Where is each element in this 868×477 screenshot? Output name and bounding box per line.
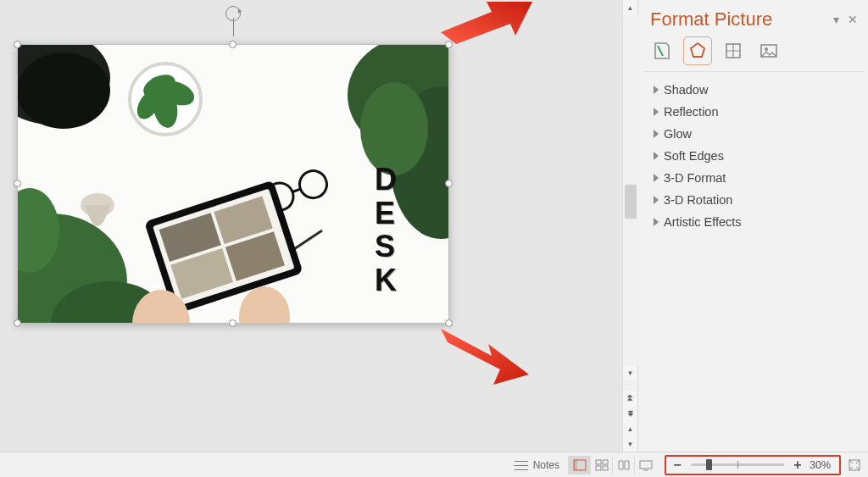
expand-triangle-icon [654, 130, 659, 138]
vertical-text-char: E [375, 197, 398, 230]
svg-rect-35 [574, 460, 577, 470]
fill-line-icon[interactable] [650, 39, 674, 63]
vertical-text: D E S K [375, 163, 398, 297]
size-properties-icon[interactable] [721, 39, 745, 63]
vertical-text-char: D [375, 163, 398, 197]
zoom-control-group: − + 30% [665, 455, 841, 475]
section-label: Artistic Effects [664, 215, 742, 229]
panel-title: Format Picture [650, 8, 825, 31]
section-reflection[interactable]: Reflection [643, 101, 863, 123]
scroll-down-button[interactable]: ▼ [623, 365, 638, 380]
selected-picture[interactable]: D E S K [17, 44, 449, 324]
expand-triangle-icon [654, 108, 659, 116]
slide-canvas[interactable]: D E S K [0, 0, 622, 452]
panel-close-button[interactable]: ✕ [848, 13, 858, 26]
scroll-track[interactable] [623, 15, 638, 365]
expand-triangle-icon [654, 152, 659, 160]
next-slide-button[interactable]: ⯯ [623, 406, 638, 421]
svg-point-33 [765, 47, 768, 51]
notes-button[interactable]: Notes [515, 459, 559, 471]
expand-triangle-icon [654, 86, 659, 94]
status-bar: Notes − + 30% [0, 452, 868, 477]
section-soft-edges[interactable]: Soft Edges [643, 145, 863, 167]
scroll-up-button[interactable]: ▲ [623, 0, 638, 15]
section-shadow[interactable]: Shadow [643, 79, 863, 101]
panel-divider [643, 71, 863, 72]
svg-rect-40 [640, 461, 652, 469]
section-label: Reflection [664, 105, 718, 119]
svg-marker-28 [441, 2, 532, 44]
main-row: D E S K [0, 0, 868, 452]
scroll-thumb[interactable] [625, 185, 637, 219]
annotation-arrow-up [441, 0, 534, 46]
expand-triangle-icon [654, 218, 659, 226]
section-label: 3-D Format [664, 171, 726, 185]
normal-view-button[interactable] [568, 456, 590, 474]
section-3d-rotation[interactable]: 3-D Rotation [643, 189, 863, 211]
svg-point-2 [17, 53, 110, 129]
effects-icon[interactable] [686, 39, 709, 63]
panel-tab-icons [638, 34, 868, 71]
zoom-slider[interactable] [691, 463, 784, 466]
rotate-handle[interactable] [225, 6, 241, 21]
expand-triangle-icon [654, 174, 659, 182]
section-label: Glow [664, 127, 692, 141]
slideshow-view-button[interactable] [634, 456, 656, 474]
panel-header: Format Picture ▾ ✕ [638, 0, 868, 34]
zoom-out-button[interactable]: − [670, 458, 684, 473]
section-label: 3-D Rotation [664, 193, 732, 207]
slide-sorter-view-button[interactable] [590, 456, 612, 474]
vertical-text-char: S [375, 230, 398, 263]
svg-marker-29 [441, 329, 529, 385]
section-3d-format[interactable]: 3-D Format [643, 167, 863, 189]
notes-icon [515, 461, 528, 469]
vertical-scrollbar[interactable]: ▲ ▼ ⯭ ⯯ ▲ ▼ [622, 0, 637, 452]
svg-rect-39 [603, 466, 608, 470]
panel-sections: Shadow Reflection Glow Soft Edges 3-D Fo… [638, 75, 868, 233]
scroll-up2-button[interactable]: ▲ [623, 421, 638, 436]
notes-label: Notes [533, 459, 559, 471]
expand-triangle-icon [654, 196, 659, 204]
svg-marker-30 [691, 43, 704, 57]
reading-view-button[interactable] [612, 456, 634, 474]
zoom-in-button[interactable]: + [791, 458, 804, 473]
section-glow[interactable]: Glow [643, 123, 863, 145]
svg-rect-37 [603, 460, 608, 464]
section-label: Shadow [664, 83, 708, 97]
format-picture-panel: Format Picture ▾ ✕ Sha [637, 0, 868, 452]
annotation-arrow-down [441, 322, 534, 390]
picture-icon[interactable] [757, 39, 781, 63]
section-label: Soft Edges [664, 149, 724, 163]
svg-rect-36 [596, 460, 601, 464]
scroll-down2-button[interactable]: ▼ [623, 436, 638, 452]
powerpoint-window: D E S K [0, 0, 868, 477]
section-artistic-effects[interactable]: Artistic Effects [643, 211, 863, 233]
prev-slide-button[interactable]: ⯭ [623, 391, 638, 406]
zoom-tick [737, 461, 738, 469]
fit-to-window-button[interactable] [846, 457, 863, 474]
svg-rect-38 [596, 466, 601, 470]
zoom-slider-thumb[interactable] [706, 459, 712, 470]
panel-options-dropdown[interactable]: ▾ [833, 13, 839, 26]
vertical-text-char: K [375, 263, 398, 297]
zoom-percent-label[interactable]: 30% [810, 459, 835, 471]
